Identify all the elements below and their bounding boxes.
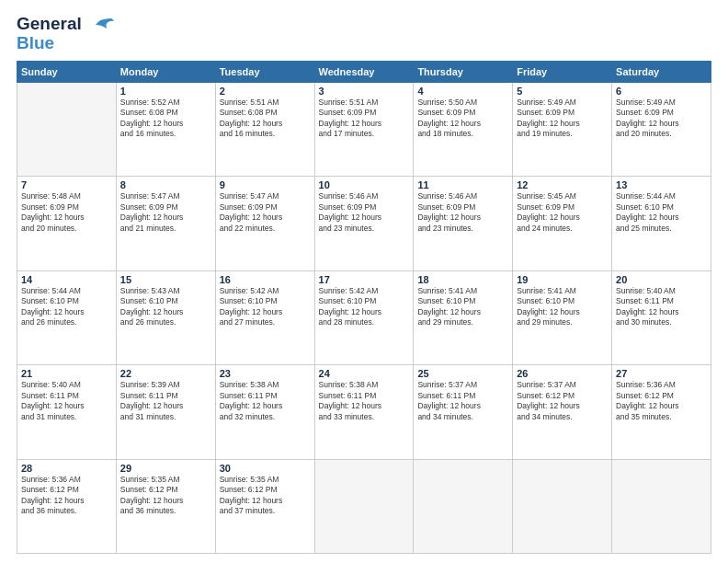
day-number: 22: [120, 368, 211, 379]
day-cell: 17Sunrise: 5:42 AM Sunset: 6:10 PM Dayli…: [314, 270, 414, 364]
day-cell: 15Sunrise: 5:43 AM Sunset: 6:10 PM Dayli…: [116, 270, 215, 364]
week-row-1: 1Sunrise: 5:52 AM Sunset: 6:08 PM Daylig…: [17, 82, 711, 176]
header: General Blue: [17, 15, 711, 53]
day-cell: [612, 459, 711, 553]
day-info: Sunrise: 5:38 AM Sunset: 6:11 PM Dayligh…: [319, 380, 410, 422]
day-number: 7: [21, 179, 112, 190]
day-info: Sunrise: 5:43 AM Sunset: 6:10 PM Dayligh…: [120, 286, 211, 328]
day-cell: 12Sunrise: 5:45 AM Sunset: 6:09 PM Dayli…: [513, 177, 612, 270]
day-number: 17: [319, 274, 410, 285]
day-cell: 16Sunrise: 5:42 AM Sunset: 6:10 PM Dayli…: [215, 270, 314, 364]
page: General Blue SundayMondayTuesdayWednesda…: [0, 0, 728, 563]
day-number: 20: [616, 274, 707, 285]
day-number: 3: [319, 86, 410, 97]
day-info: Sunrise: 5:49 AM Sunset: 6:09 PM Dayligh…: [616, 98, 707, 140]
day-cell: 28Sunrise: 5:36 AM Sunset: 6:12 PM Dayli…: [17, 459, 117, 553]
day-info: Sunrise: 5:40 AM Sunset: 6:11 PM Dayligh…: [616, 286, 707, 328]
day-number: 29: [120, 463, 211, 474]
week-row-2: 7Sunrise: 5:48 AM Sunset: 6:09 PM Daylig…: [17, 177, 711, 270]
day-cell: 23Sunrise: 5:38 AM Sunset: 6:11 PM Dayli…: [215, 365, 314, 459]
day-info: Sunrise: 5:41 AM Sunset: 6:10 PM Dayligh…: [517, 286, 608, 328]
day-info: Sunrise: 5:44 AM Sunset: 6:10 PM Dayligh…: [21, 286, 112, 328]
day-info: Sunrise: 5:36 AM Sunset: 6:12 PM Dayligh…: [21, 475, 112, 517]
day-info: Sunrise: 5:42 AM Sunset: 6:10 PM Dayligh…: [220, 286, 311, 328]
day-cell: 6Sunrise: 5:49 AM Sunset: 6:09 PM Daylig…: [612, 82, 711, 176]
day-number: 8: [120, 179, 211, 190]
day-cell: 25Sunrise: 5:37 AM Sunset: 6:11 PM Dayli…: [414, 365, 513, 459]
day-number: 4: [417, 86, 508, 97]
day-number: 25: [417, 368, 508, 379]
day-number: 2: [220, 86, 311, 97]
day-cell: [17, 82, 117, 176]
calendar-header-row: SundayMondayTuesdayWednesdayThursdayFrid…: [17, 61, 711, 82]
day-number: 18: [417, 274, 508, 285]
week-row-4: 21Sunrise: 5:40 AM Sunset: 6:11 PM Dayli…: [17, 365, 711, 459]
day-number: 30: [220, 463, 311, 474]
col-header-tuesday: Tuesday: [215, 61, 314, 82]
day-cell: 22Sunrise: 5:39 AM Sunset: 6:11 PM Dayli…: [116, 365, 215, 459]
logo-blue: Blue: [17, 33, 54, 52]
day-info: Sunrise: 5:39 AM Sunset: 6:11 PM Dayligh…: [120, 380, 211, 422]
col-header-thursday: Thursday: [414, 61, 513, 82]
day-cell: 30Sunrise: 5:35 AM Sunset: 6:12 PM Dayli…: [215, 459, 314, 553]
day-info: Sunrise: 5:41 AM Sunset: 6:10 PM Dayligh…: [417, 286, 508, 328]
day-info: Sunrise: 5:48 AM Sunset: 6:09 PM Dayligh…: [21, 191, 112, 234]
day-info: Sunrise: 5:50 AM Sunset: 6:09 PM Dayligh…: [417, 98, 508, 140]
col-header-wednesday: Wednesday: [314, 61, 414, 82]
logo-bird-icon: [88, 16, 114, 34]
calendar-table: SundayMondayTuesdayWednesdayThursdayFrid…: [17, 61, 711, 554]
logo: General Blue: [17, 15, 114, 53]
day-cell: 21Sunrise: 5:40 AM Sunset: 6:11 PM Dayli…: [17, 365, 117, 459]
logo-general: General: [17, 14, 82, 33]
day-cell: [414, 459, 513, 553]
day-number: 5: [517, 86, 608, 97]
day-cell: 5Sunrise: 5:49 AM Sunset: 6:09 PM Daylig…: [513, 82, 612, 176]
day-number: 21: [21, 368, 112, 379]
day-info: Sunrise: 5:47 AM Sunset: 6:09 PM Dayligh…: [220, 191, 311, 234]
col-header-sunday: Sunday: [17, 61, 117, 82]
day-number: 27: [616, 368, 707, 379]
day-number: 24: [319, 368, 410, 379]
day-info: Sunrise: 5:38 AM Sunset: 6:11 PM Dayligh…: [220, 380, 311, 422]
day-cell: 1Sunrise: 5:52 AM Sunset: 6:08 PM Daylig…: [116, 82, 215, 176]
day-number: 12: [517, 179, 608, 190]
day-info: Sunrise: 5:52 AM Sunset: 6:08 PM Dayligh…: [120, 98, 211, 140]
day-cell: 14Sunrise: 5:44 AM Sunset: 6:10 PM Dayli…: [17, 270, 117, 364]
day-info: Sunrise: 5:36 AM Sunset: 6:12 PM Dayligh…: [616, 380, 707, 422]
day-number: 10: [319, 179, 410, 190]
day-number: 6: [616, 86, 707, 97]
day-cell: 26Sunrise: 5:37 AM Sunset: 6:12 PM Dayli…: [513, 365, 612, 459]
day-number: 15: [120, 274, 211, 285]
day-cell: 2Sunrise: 5:51 AM Sunset: 6:08 PM Daylig…: [215, 82, 314, 176]
col-header-saturday: Saturday: [612, 61, 711, 82]
day-number: 14: [21, 274, 112, 285]
day-number: 11: [417, 179, 508, 190]
week-row-3: 14Sunrise: 5:44 AM Sunset: 6:10 PM Dayli…: [17, 270, 711, 364]
day-number: 13: [616, 179, 707, 190]
day-number: 1: [120, 86, 211, 97]
day-info: Sunrise: 5:35 AM Sunset: 6:12 PM Dayligh…: [120, 475, 211, 517]
day-cell: 8Sunrise: 5:47 AM Sunset: 6:09 PM Daylig…: [116, 177, 215, 270]
day-cell: 20Sunrise: 5:40 AM Sunset: 6:11 PM Dayli…: [612, 270, 711, 364]
day-info: Sunrise: 5:49 AM Sunset: 6:09 PM Dayligh…: [517, 98, 608, 140]
day-cell: 24Sunrise: 5:38 AM Sunset: 6:11 PM Dayli…: [314, 365, 414, 459]
day-number: 23: [220, 368, 311, 379]
day-cell: 11Sunrise: 5:46 AM Sunset: 6:09 PM Dayli…: [414, 177, 513, 270]
day-info: Sunrise: 5:47 AM Sunset: 6:09 PM Dayligh…: [120, 191, 211, 234]
day-info: Sunrise: 5:44 AM Sunset: 6:10 PM Dayligh…: [616, 191, 707, 234]
day-number: 19: [517, 274, 608, 285]
day-cell: 27Sunrise: 5:36 AM Sunset: 6:12 PM Dayli…: [612, 365, 711, 459]
day-info: Sunrise: 5:45 AM Sunset: 6:09 PM Dayligh…: [517, 191, 608, 234]
day-info: Sunrise: 5:42 AM Sunset: 6:10 PM Dayligh…: [319, 286, 410, 328]
day-number: 28: [21, 463, 112, 474]
day-info: Sunrise: 5:46 AM Sunset: 6:09 PM Dayligh…: [319, 191, 410, 234]
day-cell: 10Sunrise: 5:46 AM Sunset: 6:09 PM Dayli…: [314, 177, 414, 270]
day-cell: 3Sunrise: 5:51 AM Sunset: 6:09 PM Daylig…: [314, 82, 414, 176]
day-cell: [513, 459, 612, 553]
day-cell: 9Sunrise: 5:47 AM Sunset: 6:09 PM Daylig…: [215, 177, 314, 270]
day-number: 16: [220, 274, 311, 285]
day-info: Sunrise: 5:37 AM Sunset: 6:12 PM Dayligh…: [517, 380, 608, 422]
day-info: Sunrise: 5:40 AM Sunset: 6:11 PM Dayligh…: [21, 380, 112, 422]
col-header-friday: Friday: [513, 61, 612, 82]
day-number: 26: [517, 368, 608, 379]
